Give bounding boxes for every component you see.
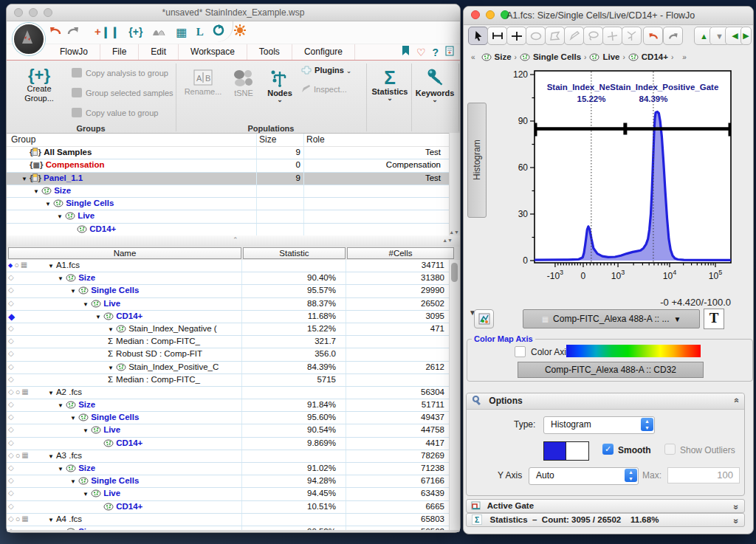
axis-options-button[interactable] <box>474 309 494 328</box>
expand-arrow-icon[interactable]: ▼ <box>33 188 39 195</box>
group-row-live[interactable]: ▼ Live <box>7 210 450 223</box>
breadcrumb-item-cd14+[interactable]: CD14+ <box>628 52 668 61</box>
expand-arrow-icon[interactable]: ▼ <box>108 365 114 371</box>
show-outliers-checkbox[interactable] <box>664 444 676 455</box>
ellipse-gate-tool[interactable] <box>526 27 546 45</box>
redo-button[interactable] <box>663 27 683 45</box>
statistic-row-median-comp-fitc-[interactable]: ◇ΣMedian : Comp-FITC_5715 <box>7 374 450 387</box>
scrollbar-thumb[interactable] <box>451 263 458 282</box>
sample-row-a3-fcs[interactable]: ◇○▦▼A3 .fcs78269 <box>7 450 450 463</box>
expand-arrow-icon[interactable]: ▼ <box>57 213 63 220</box>
group-row-size[interactable]: ▼ Size <box>7 185 450 198</box>
create-group-icon[interactable]: {+} <box>128 26 142 38</box>
flowjo-logo[interactable] <box>13 23 45 55</box>
menu-tab-edit[interactable]: Edit <box>139 44 179 60</box>
active-gate-bar[interactable]: Active Gate » <box>466 499 745 513</box>
breadcrumb-item-live[interactable]: Live <box>589 52 619 61</box>
secondary-color-swatch[interactable] <box>566 441 589 461</box>
breadcrumb-item-size[interactable]: Size <box>481 52 512 61</box>
color-axis-checkbox[interactable] <box>515 346 526 357</box>
menu-tab-tools[interactable]: Tools <box>247 44 292 60</box>
cells-column-header[interactable]: #Cells <box>347 247 454 259</box>
expand-arrow-icon[interactable]: ▼ <box>70 415 76 421</box>
population-row-cd14+[interactable]: ◇ CD14+9.869%4417 <box>7 438 450 450</box>
report-doc-icon[interactable]: + <box>445 46 454 59</box>
expand-arrow-icon[interactable]: ▼ <box>83 491 89 497</box>
burst-icon[interactable] <box>234 24 246 39</box>
pencil-gate-tool[interactable] <box>564 27 584 45</box>
expand-arrow-icon[interactable]: ▼ <box>58 402 63 409</box>
redo-icon[interactable] <box>66 24 80 39</box>
expand-arrow-icon[interactable]: ▼ <box>48 390 54 396</box>
group-selected-button[interactable]: Group selected samples <box>72 88 173 97</box>
statistics-button[interactable]: Σ Statistics⌄ <box>370 68 410 100</box>
population-row-single-cells[interactable]: ◇▼ Single Cells95.60%49437 <box>7 412 450 424</box>
expand-arrow-icon[interactable]: ▼ <box>48 517 54 523</box>
sample-matrix-icon[interactable]: ▦ <box>21 261 27 269</box>
expand-arrow-icon[interactable]: ▼ <box>95 314 101 320</box>
expand-arrow-icon[interactable]: ▼ <box>108 326 114 333</box>
layout-editor-icon[interactable]: L <box>196 26 204 38</box>
sample-circle-icon[interactable]: ○ <box>14 261 19 269</box>
pointer-tool[interactable] <box>468 27 488 45</box>
group-table-header[interactable]: Group Size Role <box>7 134 450 147</box>
nodes-button[interactable]: Nodes⌄ <box>264 69 296 102</box>
workspace-titlebar[interactable]: *unsaved* StainIndex_Example.wsp <box>7 4 460 21</box>
menu-tab-workspace[interactable]: Workspace <box>179 44 247 60</box>
group-row-all-samples[interactable]: {} All Samples9Test <box>7 147 450 159</box>
breadcrumb-left-icon[interactable]: « <box>471 53 475 61</box>
population-row-cd14+[interactable]: ◆▼ CD14+11.68%3095 <box>7 311 450 323</box>
rename-button[interactable]: AB Rename... <box>182 69 224 96</box>
copy-analysis-button[interactable]: Copy analysis to group <box>72 68 168 78</box>
population-row-size[interactable]: ◇▼ Size91.84%51711 <box>7 399 450 412</box>
keywords-button[interactable]: Keywords⌄ <box>414 68 456 102</box>
x-parameter-dropdown[interactable]: ▦ Comp-FITC_Alexa 488-A :: ... ▼ <box>523 309 700 328</box>
sample-circle-icon[interactable]: ○ <box>16 388 21 396</box>
menu-tab-file[interactable]: File <box>100 44 139 60</box>
sample-circle-icon[interactable]: ○ <box>16 451 21 460</box>
smooth-checkbox[interactable]: ✓ <box>602 444 614 455</box>
minimize-button[interactable] <box>486 10 495 19</box>
bookmark-icon[interactable] <box>402 46 410 59</box>
collapse-panel-icon[interactable]: » <box>729 399 744 403</box>
population-row-stain-index-positive-c[interactable]: ◇▼ Stain_Index_Positive_C84.39%2612 <box>7 362 450 374</box>
sample-row-a4-fcs[interactable]: ◇○▦▼A4 .fcs65803 <box>7 514 450 526</box>
add-samples-icon[interactable]: +❙❙ <box>94 25 120 38</box>
plugins-button[interactable]: Plugins ⌄ <box>300 65 358 75</box>
breadcrumb-item-single-cells[interactable]: Single Cells <box>520 52 581 61</box>
expand-arrow-icon[interactable]: ▼ <box>48 263 54 269</box>
copy-value-button[interactable]: Copy value to group <box>72 108 158 117</box>
quadrant-gate-tool[interactable] <box>506 27 526 45</box>
group-row-compensation[interactable]: {▦} Compensation0Compensation <box>7 159 450 172</box>
sample-table-scrollbar[interactable] <box>449 260 460 530</box>
expand-arrow-icon[interactable]: ▼ <box>70 288 76 295</box>
polygon-gate-tool[interactable] <box>545 27 565 45</box>
sample-matrix-icon[interactable]: ▦ <box>21 451 28 460</box>
help-icon[interactable]: ? <box>432 47 439 58</box>
statistic-row-median-comp-fitc-[interactable]: ◇ΣMedian : Comp-FITC_321.7 <box>7 336 450 348</box>
create-group-button[interactable]: {+} Create Group... <box>16 66 63 103</box>
sample-row-a1-fcs[interactable]: ◆○▦▼A1.fcs34711 <box>7 260 450 272</box>
primary-color-swatch[interactable] <box>543 441 567 461</box>
expand-arrow-icon[interactable]: ▼ <box>21 176 27 182</box>
population-row-cd14+[interactable]: ◇ CD14+10.51%6665 <box>7 501 450 514</box>
population-row-live[interactable]: ◇▼ Live94.45%63439 <box>7 488 450 500</box>
color-parameter-button[interactable]: Comp-FITC_Alexa 488-A :: CD32 <box>518 362 704 378</box>
sample-row-a2-fcs[interactable]: ◇○▦▼A2 .fcs56304 <box>7 387 450 399</box>
menu-tab-flowjo[interactable]: FlowJo <box>48 44 100 60</box>
tsne-button[interactable]: tSNE <box>228 69 259 97</box>
text-annotation-button[interactable]: T <box>704 309 724 329</box>
expand-arrow-icon[interactable]: ▼ <box>58 466 63 472</box>
splitter-sort-arrows[interactable]: ▲▼ <box>442 238 453 243</box>
name-column-header[interactable]: Name <box>8 247 241 259</box>
population-row-single-cells[interactable]: ◇▼ Single Cells94.28%67166 <box>7 475 450 488</box>
expand-arrow-icon[interactable]: ▼ <box>58 275 63 282</box>
sample-circle-icon[interactable]: ○ <box>16 514 21 523</box>
plot-type-tab-histogram[interactable]: Histogram <box>467 103 487 218</box>
group-row-panel-1-1[interactable]: ▼{} Panel_1.19Test <box>7 173 450 185</box>
table-splitter[interactable]: ⌃ ▲▼ <box>7 235 460 247</box>
sample-matrix-icon[interactable]: ▦ <box>21 514 28 523</box>
inspect-button[interactable]: Inspect... <box>300 84 358 94</box>
population-row-stain-index-negative-[interactable]: ◇▼ Stain_Index_Negative (15.22%471 <box>7 323 450 336</box>
population-row-live[interactable]: ◇▼ Live90.54%44758 <box>7 424 450 437</box>
